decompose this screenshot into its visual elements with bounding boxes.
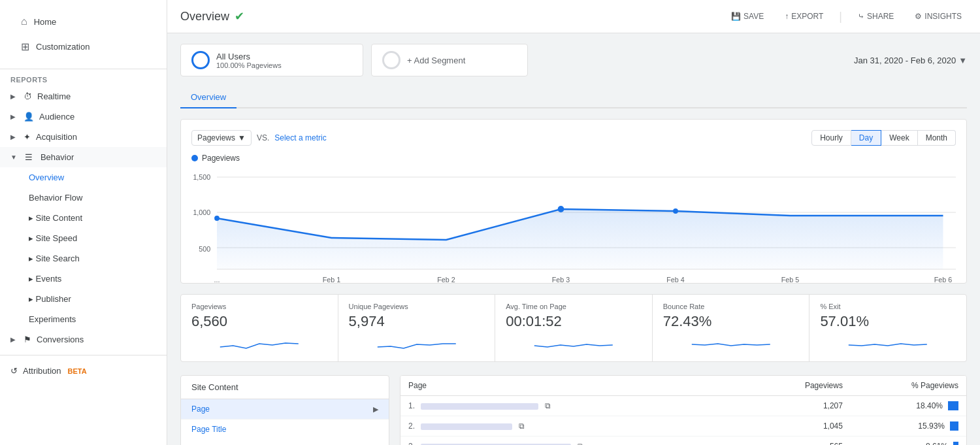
- hourly-button[interactable]: Hourly: [811, 130, 851, 146]
- page-url-blur-2: [421, 423, 512, 430]
- stat-pageviews: Pageviews 6,560: [181, 295, 338, 361]
- sidebar-item-publisher[interactable]: ▸ Publisher: [0, 289, 167, 309]
- sidebar-item-attribution[interactable]: ↺ Attribution BETA: [0, 361, 167, 381]
- table-row: 2. ⧉ 1,045 15.93%: [400, 416, 966, 437]
- stat-bounce-rate: Bounce Rate 72.43%: [653, 295, 810, 361]
- table-cell-pct-1: 18.40%: [851, 396, 966, 416]
- copy-icon-2[interactable]: ⧉: [519, 421, 525, 431]
- stat-avg-time-label: Avg. Time on Page: [506, 303, 642, 310]
- week-button[interactable]: Week: [881, 130, 917, 146]
- share-button[interactable]: ⤷ SHARE: [853, 9, 899, 24]
- main-header: Overview ✔ 💾 SAVE ↑ EXPORT | ⤷ SHARE ⚙ I…: [167, 0, 980, 33]
- chart-area: 1,500 1,000 500: [191, 168, 956, 272]
- header-separator: |: [839, 10, 842, 24]
- page-url-blur-1: [421, 403, 538, 410]
- sidebar-item-audience[interactable]: ▶ 👤 Audience: [0, 107, 167, 127]
- sidebar-item-experiments[interactable]: Experiments: [0, 309, 167, 329]
- table-cell-pv-2: 1,045: [752, 416, 851, 437]
- sidebar-item-conversions[interactable]: ▶ ⚑ Conversions: [0, 329, 167, 350]
- copy-icon-1[interactable]: ⧉: [545, 401, 551, 410]
- svg-point-9: [558, 206, 564, 212]
- site-content-header: Site Content: [181, 376, 389, 399]
- sidebar-item-site-search[interactable]: ▸ Site Search: [0, 248, 167, 269]
- content-area: All Users 100.00% Pageviews + Add Segmen…: [167, 33, 980, 445]
- stat-exit: % Exit 57.01%: [809, 295, 966, 361]
- metric-dropdown-arrow: ▼: [238, 133, 246, 142]
- page-title: Overview ✔: [180, 9, 244, 24]
- page-table: Page Pageviews % Pageviews 1. ⧉: [400, 376, 966, 445]
- select-metric-link[interactable]: Select a metric: [274, 133, 326, 142]
- sidebar-item-site-content[interactable]: ▸ Site Content: [0, 208, 167, 228]
- page-link[interactable]: Page: [191, 404, 210, 414]
- export-button[interactable]: ↑ EXPORT: [779, 9, 828, 24]
- svg-text:Feb 4: Feb 4: [666, 276, 684, 284]
- svg-text:500: 500: [199, 245, 210, 253]
- svg-text:Feb 6: Feb 6: [934, 276, 952, 284]
- table-row: 3. ⧉ 565 8.61%: [400, 437, 966, 446]
- metric-dropdown[interactable]: Pageviews ▼: [191, 130, 252, 146]
- sidebar-item-behavior-overview[interactable]: Overview: [0, 167, 167, 188]
- acquisition-chevron: ▶: [10, 133, 16, 140]
- time-buttons: Hourly Day Week Month: [811, 130, 956, 146]
- sidebar-item-home[interactable]: ⌂ Home: [10, 9, 156, 34]
- audience-icon: 👤: [24, 112, 34, 122]
- stat-avg-time-sparkline: [506, 334, 642, 354]
- sidebar-item-site-speed[interactable]: ▸ Site Speed: [0, 228, 167, 248]
- stat-pageviews-value: 6,560: [191, 313, 327, 330]
- stat-bounce-label: Bounce Rate: [663, 303, 799, 310]
- chart-legend: Pageviews: [191, 154, 956, 163]
- svg-marker-7: [217, 209, 943, 269]
- save-button[interactable]: 💾 SAVE: [726, 9, 769, 24]
- sidebar-item-behavior-flow[interactable]: Behavior Flow: [0, 188, 167, 208]
- sidebar-item-behavior[interactable]: ▼ ☰ Behavior: [0, 147, 167, 167]
- add-segment-card[interactable]: + Add Segment: [371, 44, 528, 76]
- attribution-icon: ↺: [10, 366, 18, 376]
- svg-text:1,000: 1,000: [193, 208, 210, 216]
- add-segment-circle: [382, 51, 400, 69]
- stat-unique-sparkline: [349, 334, 485, 354]
- table-cell-page-1: 1. ⧉: [400, 396, 752, 416]
- attribution-beta-badge: BETA: [68, 367, 87, 375]
- sidebar-item-acquisition[interactable]: ▶ ✦ Acquisition: [0, 127, 167, 147]
- share-icon: ⤷: [858, 12, 864, 21]
- behavior-icon: ☰: [25, 152, 33, 162]
- col-page: Page: [400, 376, 752, 396]
- stat-unique-label: Unique Pageviews: [349, 303, 485, 310]
- stat-exit-sparkline: [820, 334, 956, 354]
- sidebar: ⌂ Home ⊞ Customization REPORTS ▶ ⏱ Realt…: [0, 0, 167, 445]
- realtime-chevron: ▶: [10, 93, 16, 100]
- insights-button[interactable]: ⚙ INSIGHTS: [909, 9, 967, 24]
- svg-text:Feb 2: Feb 2: [437, 276, 455, 284]
- table-row: 1. ⧉ 1,207 18.40%: [400, 396, 966, 416]
- svg-text:1,500: 1,500: [193, 173, 210, 181]
- date-range-dropdown-icon: ▼: [958, 56, 967, 65]
- site-content-panel: Site Content Page ▶ Page Title Site Sear…: [180, 375, 389, 445]
- date-range-selector[interactable]: Jan 31, 2020 - Feb 6, 2020 ▼: [854, 44, 967, 76]
- stat-exit-label: % Exit: [820, 303, 956, 310]
- copy-icon-3[interactable]: ⧉: [578, 442, 583, 445]
- segment-all-users[interactable]: All Users 100.00% Pageviews: [180, 44, 363, 76]
- realtime-icon: ⏱: [24, 91, 32, 101]
- acquisition-icon: ✦: [24, 132, 31, 142]
- chart-container: Pageviews ▼ VS. Select a metric Hourly D…: [180, 119, 967, 284]
- main-content: Overview ✔ 💾 SAVE ↑ EXPORT | ⤷ SHARE ⚙ I…: [167, 0, 980, 445]
- export-icon: ↑: [785, 12, 789, 21]
- bottom-section: Site Content Page ▶ Page Title Site Sear…: [180, 375, 967, 445]
- table-cell-pv-1: 1,207: [752, 396, 851, 416]
- col-pageviews: Pageviews: [752, 376, 851, 396]
- sidebar-item-customization[interactable]: ⊞ Customization: [10, 34, 156, 59]
- table-cell-pct-2: 15.93%: [851, 416, 966, 437]
- sidebar-item-events[interactable]: ▸ Events: [0, 269, 167, 289]
- site-content-row-page[interactable]: Page ▶: [181, 399, 389, 420]
- verified-icon: ✔: [235, 9, 244, 24]
- month-button[interactable]: Month: [918, 130, 956, 146]
- svg-text:Feb 3: Feb 3: [552, 276, 570, 284]
- audience-chevron: ▶: [10, 113, 16, 120]
- home-icon: ⌂: [21, 16, 27, 27]
- page-title-link[interactable]: Page Title: [181, 420, 389, 439]
- sidebar-item-realtime[interactable]: ▶ ⏱ Realtime: [0, 86, 167, 107]
- tab-overview[interactable]: Overview: [180, 87, 237, 108]
- day-button[interactable]: Day: [851, 130, 881, 146]
- svg-point-10: [673, 208, 678, 214]
- stat-bounce-value: 72.43%: [663, 313, 799, 330]
